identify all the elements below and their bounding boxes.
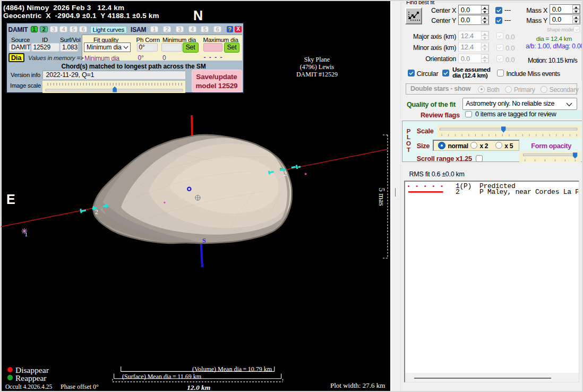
svg-text:S: S [202, 237, 206, 244]
